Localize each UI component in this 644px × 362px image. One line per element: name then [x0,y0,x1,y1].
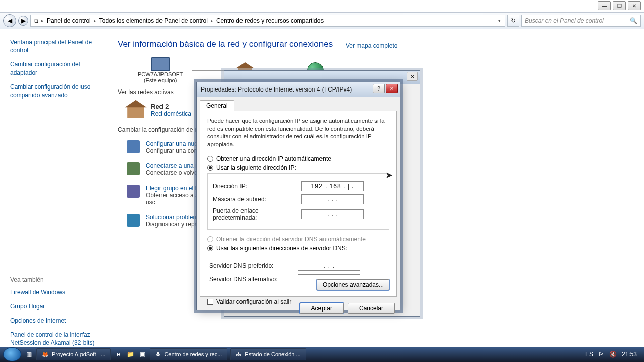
dns-preferred-input[interactable]: . . . [298,261,360,271]
sidebar: Ventana principal del Panel de control C… [0,29,106,347]
task-icon [127,185,140,198]
taskbar-item-connection-status[interactable]: 🖧Estado de Conexión ... [230,348,306,360]
task-icon [127,162,140,175]
radio-manual-ip-label: Usar la siguiente dirección IP: [216,164,296,171]
window-restore-button[interactable]: ❐ [613,1,626,10]
network-line [192,70,227,71]
subnet-mask-input[interactable]: . . . [301,194,364,204]
sidebar-link-main[interactable]: Ventana principal del Panel de control [10,38,100,54]
network-type-link[interactable]: Red doméstica [151,110,191,117]
taskbar-item-firefox[interactable]: 🦊Proyecto AjpdSoft - ... [36,348,111,360]
see-also-akamai[interactable]: Panel de control de la interfaz NetSessi… [10,331,100,347]
pinned-media-icon[interactable]: ▣ [138,350,147,359]
house-icon [125,101,146,118]
radio-manual-dns[interactable] [207,245,213,251]
radio-auto-ip-label: Obtener una dirección IP automáticamente [216,155,331,162]
search-icon: 🔍 [630,17,637,24]
start-button[interactable] [3,347,21,361]
task-desc: Diagnosticar y repara [146,221,203,228]
task-troubleshoot[interactable]: Solucionar problema [146,214,203,221]
control-panel-icon: ⧉ [34,17,38,24]
nav-forward-button[interactable]: ▶ [18,16,28,26]
view-full-map-link[interactable]: Ver mapa completo [346,42,397,49]
computer-icon [151,57,170,71]
subnet-mask-label: Máscara de subred: [213,196,301,203]
nav-back-button[interactable]: ◀ [3,14,16,27]
pinned-app-icon[interactable]: ▥ [24,350,33,359]
refresh-button[interactable]: ↻ [507,15,519,27]
see-also-homegroup[interactable]: Grupo Hogar [10,302,100,310]
tray-volume-icon[interactable]: 🔇 [609,351,617,358]
network-name: Red 2 [151,103,191,110]
close-icon[interactable]: ✕ [407,72,418,81]
radio-auto-ip[interactable] [207,156,213,162]
ip-address-label: Dirección IP: [213,183,301,190]
dialog-info-text: Puede hacer que la configuración IP se a… [207,117,389,148]
tcpip-properties-dialog: Propiedades: Protocolo de Internet versi… [196,82,400,310]
tray-lang[interactable]: ES [585,351,593,358]
taskbar-item-network-center[interactable]: 🖧Centro de redes y rec... [150,348,227,360]
ip-address-input[interactable]: 192 . 168 . | . [301,181,364,191]
tray-clock[interactable]: 21:53 [622,351,637,358]
dialog-title-text: Propiedades: Protocolo de Internet versi… [201,86,352,93]
node-computer-sub: (Este equipo) [144,77,177,83]
taskbar: ▥ 🦊Proyecto AjpdSoft - ... e 📁 ▣ 🖧Centro… [0,347,644,362]
advanced-options-button[interactable]: Opciones avanzadas... [317,279,389,290]
breadcrumb-item[interactable]: Panel de control [47,17,91,24]
breadcrumb[interactable]: ⧉ ▸ Panel de control ▸ Todos los element… [30,15,505,27]
tab-general[interactable]: General [200,100,234,111]
system-tray: ES 🏳 🔇 21:53 [585,351,641,358]
gateway-input[interactable]: . . . [301,209,364,219]
window-minimize-button[interactable]: — [598,1,611,10]
dialog-close-button[interactable]: ✕ [386,84,398,93]
dialog-titlebar: Propiedades: Protocolo de Internet versi… [197,82,400,97]
address-bar: ◀ ▶ ⧉ ▸ Panel de control ▸ Todos los ele… [0,12,644,29]
validate-checkbox[interactable] [207,299,213,305]
search-input[interactable]: Buscar en el Panel de control 🔍 [521,15,641,27]
tray-flag-icon[interactable]: 🏳 [598,351,604,358]
breadcrumb-item[interactable]: Todos los elementos de Panel de control [99,17,208,24]
radio-manual-dns-label: Usar las siguientes direcciones de servi… [216,245,347,252]
gateway-label: Puerta de enlace predeterminada: [213,207,301,221]
radio-auto-dns-label: Obtener la dirección del servidor DNS au… [216,236,366,243]
pinned-explorer-icon[interactable]: 📁 [126,350,135,359]
task-icon [127,214,140,227]
validate-checkbox-label: Validar configuración al salir [216,298,291,305]
dialog-help-button[interactable]: ? [373,84,385,93]
pinned-ie-icon[interactable]: e [114,350,123,359]
see-also-header: Vea también [10,276,100,283]
see-also-firewall[interactable]: Firewall de Windows [10,288,100,296]
task-icon [127,140,140,153]
sidebar-link-adapter[interactable]: Cambiar configuración del adaptador [10,60,100,76]
breadcrumb-dropdown-icon[interactable]: ▾ [497,18,502,23]
see-also-internet[interactable]: Opciones de Internet [10,317,100,325]
search-placeholder: Buscar en el Panel de control [525,17,604,24]
sidebar-link-sharing[interactable]: Cambiar configuración de uso compartido … [10,83,100,99]
radio-manual-ip[interactable] [207,165,213,171]
dns-alternate-label: Servidor DNS alternativo: [209,276,298,283]
window-close-button[interactable]: ✕ [628,1,641,10]
breadcrumb-item[interactable]: Centro de redes y recursos compartidos [216,17,324,24]
radio-auto-dns [207,236,213,242]
node-computer-name: PCW7AJPDSOFT [138,71,183,77]
dns-preferred-label: Servidor DNS preferido: [209,262,298,269]
